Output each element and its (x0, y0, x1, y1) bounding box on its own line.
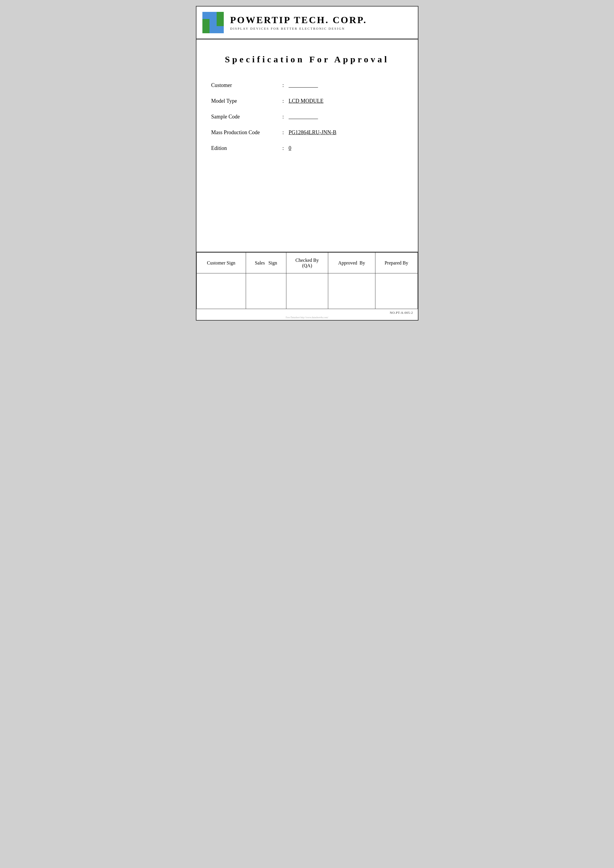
sig-header-checked: Checked By(QA) (286, 253, 328, 273)
logo-cell-0-0 (202, 12, 209, 19)
logo-cell-2-0 (202, 26, 209, 33)
company-logo (202, 12, 224, 33)
mass-production-row: Mass Production Code : PG12864LRU-JNN-B (211, 129, 403, 136)
header: POWERTIP TECH. CORP. DISPLAY DEVICES FOR… (197, 6, 418, 39)
sig-header-sales: Sales Sign (246, 253, 286, 273)
model-type-row: Model Type : LCD MODULE (211, 98, 403, 104)
model-type-value: LCD MODULE (289, 98, 348, 104)
signature-table: Customer Sign Sales Sign Checked By(QA) … (197, 252, 418, 309)
sig-header-customer: Customer Sign (197, 253, 246, 273)
mass-production-value: PG12864LRU-JNN-B (289, 129, 348, 136)
doc-number: NO.PT-A-005-2 (390, 311, 413, 314)
signature-table-wrapper: Customer Sign Sales Sign Checked By(QA) … (197, 252, 418, 309)
logo-cell-2-1 (209, 26, 217, 33)
edition-row: Edition : 0 (211, 145, 403, 151)
mass-production-label: Mass Production Code (211, 129, 282, 136)
sig-customer-cell (197, 273, 246, 309)
sig-header-prepared: Prepared By (375, 253, 417, 273)
sig-header-row: Customer Sign Sales Sign Checked By(QA) … (197, 253, 417, 273)
sig-checked-cell (286, 273, 328, 309)
watermark: Free Datasheet http://www.datasheet4u.co… (197, 316, 418, 320)
logo-cell-2-2 (217, 26, 224, 33)
sig-data-row (197, 273, 417, 309)
logo-cell-1-0 (202, 19, 209, 26)
customer-row: Customer : (211, 82, 403, 89)
main-content: Specification For Approval Customer : Mo… (197, 39, 418, 320)
edition-colon: : (282, 145, 284, 151)
logo-cell-0-1 (209, 12, 217, 19)
header-text: POWERTIP TECH. CORP. DISPLAY DEVICES FOR… (230, 15, 367, 30)
sample-code-label: Sample Code (211, 114, 282, 120)
logo-cell-0-2 (217, 12, 224, 19)
page-title: Specification For Approval (208, 54, 406, 64)
sig-approved-cell (328, 273, 375, 309)
sample-code-value (289, 114, 354, 120)
sample-code-colon: : (282, 114, 284, 120)
info-section: Customer : Model Type : LCD MODULE Sampl… (197, 76, 418, 252)
customer-label: Customer (211, 82, 282, 89)
title-section: Specification For Approval (197, 39, 418, 76)
mass-production-colon: : (282, 129, 284, 136)
logo-cell-1-1 (209, 19, 217, 26)
edition-value: 0 (289, 145, 348, 151)
logo-cell-1-2 (217, 19, 224, 26)
page: POWERTIP TECH. CORP. DISPLAY DEVICES FOR… (196, 6, 419, 321)
edition-label: Edition (211, 145, 282, 151)
sample-code-row: Sample Code : (211, 114, 403, 120)
sig-prepared-cell (375, 273, 417, 309)
model-type-label: Model Type (211, 98, 282, 104)
company-subtitle: DISPLAY DEVICES FOR BETTER ELECTRONIC DE… (230, 27, 367, 30)
sig-header-approved: Approved By (328, 253, 375, 273)
customer-value (289, 82, 354, 89)
model-type-colon: : (282, 98, 284, 104)
company-name: POWERTIP TECH. CORP. (230, 15, 367, 25)
customer-colon: : (282, 82, 284, 89)
footer: NO.PT-A-005-2 (197, 309, 418, 316)
sig-sales-cell (246, 273, 286, 309)
